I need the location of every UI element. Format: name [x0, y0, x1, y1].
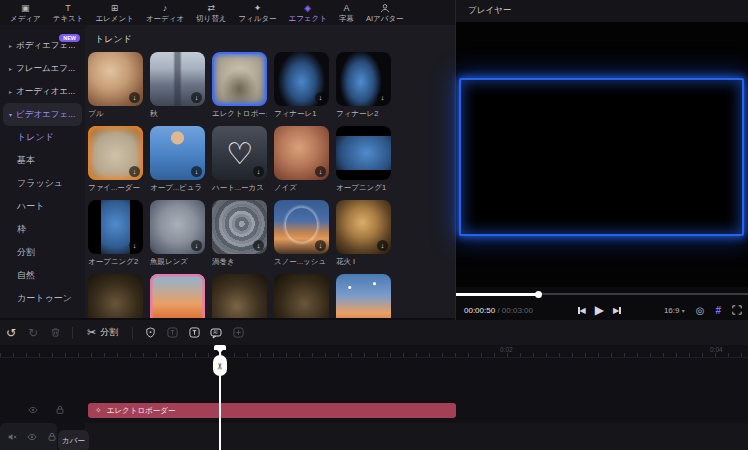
- text-template-button[interactable]: [161, 324, 183, 342]
- sidebar-group-frame-effects[interactable]: ▸ フレームエフ...: [3, 57, 82, 80]
- playhead-split-button[interactable]: ✂: [213, 355, 227, 376]
- download-icon[interactable]: ↓: [377, 92, 388, 103]
- effect-card-opening-2[interactable]: ↓ オープニング2: [88, 200, 143, 266]
- ai-caption-button[interactable]: AI: [205, 324, 227, 342]
- redo-button[interactable]: ↻: [22, 324, 44, 342]
- ruler-tick-label: 0:02: [500, 346, 513, 353]
- effect-card-swirl[interactable]: ↓ 渦巻き: [212, 200, 267, 266]
- effect-card-heart-focus[interactable]: ♡ ↓ ハート...ーカス: [212, 126, 267, 192]
- tab-audio[interactable]: ♪ オーディオ: [140, 0, 190, 25]
- ruler-tick-label: 0:04: [710, 346, 723, 353]
- effect-card-electro-border[interactable]: エレクトロボーダー: [212, 52, 267, 118]
- tab-ai-avatar[interactable]: AIアバター: [360, 0, 410, 25]
- effect-card[interactable]: [88, 274, 143, 318]
- sidebar-item-basic[interactable]: 基本: [0, 149, 85, 172]
- tab-effect[interactable]: ◈ エフェクト: [283, 0, 333, 25]
- tab-caption[interactable]: A 字幕: [333, 0, 360, 25]
- effect-card-noise[interactable]: ↓ ノイズ: [274, 126, 329, 192]
- mirror-preview-icon[interactable]: ◎: [696, 305, 705, 316]
- video-track-header: [0, 423, 57, 450]
- effect-card-opening-1[interactable]: オープニング1: [336, 126, 391, 192]
- effect-card[interactable]: [274, 274, 329, 318]
- chevron-down-icon: ▾: [9, 111, 12, 118]
- caption-icon: A: [343, 3, 349, 14]
- download-icon[interactable]: ↓: [315, 166, 326, 177]
- sidebar-item-trend[interactable]: トレンド: [0, 126, 85, 149]
- download-icon[interactable]: ↓: [191, 240, 202, 251]
- video-track-lane[interactable]: [85, 423, 748, 450]
- tab-filter[interactable]: ✦ フィルター: [232, 0, 282, 25]
- track-visibility-icon[interactable]: [28, 405, 38, 415]
- playhead-handle[interactable]: [214, 345, 226, 350]
- download-icon[interactable]: ↓: [253, 240, 264, 251]
- split-button[interactable]: ✂ 分割: [79, 326, 126, 339]
- effect-card[interactable]: [336, 274, 391, 318]
- grid-overlay-icon[interactable]: #: [715, 305, 721, 316]
- effect-thumbnail: [336, 274, 391, 318]
- transition-icon: ⇄: [207, 3, 215, 14]
- effect-card[interactable]: [150, 274, 205, 318]
- sidebar-group-video-effects[interactable]: ▾ ビデオエフェ...: [3, 103, 82, 126]
- effect-clip-electro-border[interactable]: ✧ エレクトロボーダー: [88, 403, 456, 418]
- text-icon: T: [65, 3, 71, 14]
- delete-button[interactable]: [44, 324, 66, 342]
- effect-thumbnail: ↓: [212, 200, 267, 254]
- sidebar-item-frame[interactable]: 枠: [0, 218, 85, 241]
- progress-handle[interactable]: [535, 291, 542, 298]
- effect-thumbnail: [336, 126, 391, 180]
- effects-category-sidebar: ▸ ボディエフェ... NEW ▸ フレームエフ... ▸ オーディオエ... …: [0, 25, 85, 318]
- effect-card-finale-2[interactable]: ↓ フィナーレ2: [336, 52, 391, 118]
- track-lock-icon[interactable]: [55, 405, 65, 415]
- download-icon[interactable]: ↓: [315, 92, 326, 103]
- sidebar-group-audio-effects[interactable]: ▸ オーディオエ...: [3, 80, 82, 103]
- effect-thumbnail: [88, 274, 143, 318]
- effect-card-fisheye[interactable]: ↓ 魚眼レンズ: [150, 200, 205, 266]
- effect-card-autumn[interactable]: ↓ 秋: [150, 52, 205, 118]
- effect-card[interactable]: [212, 274, 267, 318]
- sidebar-item-flash[interactable]: フラッシュ: [0, 172, 85, 195]
- next-frame-button[interactable]: ▶: [613, 306, 621, 315]
- effect-card-blur[interactable]: ↓ ブル: [88, 52, 143, 118]
- effect-thumbnail: ↓: [150, 200, 205, 254]
- effect-card-open-viewra[interactable]: ↓ オープ...ビュラ: [150, 126, 205, 192]
- download-icon[interactable]: ↓: [191, 92, 202, 103]
- download-icon[interactable]: ↓: [129, 92, 140, 103]
- effect-thumbnail: [212, 274, 267, 318]
- add-clip-button[interactable]: [227, 324, 249, 342]
- playback-progress-bar[interactable]: [456, 291, 748, 299]
- timeline-ruler[interactable]: 0:02 0:04: [0, 345, 748, 358]
- track-mute-icon[interactable]: [7, 432, 17, 442]
- fullscreen-icon[interactable]: [732, 305, 742, 315]
- sidebar-group-body-effects[interactable]: ▸ ボディエフェ... NEW: [3, 34, 82, 57]
- download-icon[interactable]: ↓: [315, 240, 326, 251]
- add-text-button[interactable]: [183, 324, 205, 342]
- effect-card-snowish[interactable]: ↓ スノー...ッシュ: [274, 200, 329, 266]
- effect-card-finale-1[interactable]: ↓ フィナーレ1: [274, 52, 329, 118]
- download-icon[interactable]: ↓: [377, 240, 388, 251]
- download-icon[interactable]: ↓: [129, 240, 140, 251]
- effect-thumbnail: ↓: [274, 126, 329, 180]
- tab-media[interactable]: ▣ メディア: [4, 0, 47, 25]
- tab-element[interactable]: ⊞ エレメント: [89, 0, 139, 25]
- track-visibility-icon[interactable]: [27, 432, 37, 442]
- sticker-mask-button[interactable]: [139, 324, 161, 342]
- play-button[interactable]: ▶: [595, 303, 604, 317]
- sidebar-item-cartoon[interactable]: カートゥーン: [0, 287, 85, 310]
- effect-card-fire-border[interactable]: ↓ ファイ...ーダー: [88, 126, 143, 192]
- tab-transition[interactable]: ⇄ 切り替え: [190, 0, 232, 25]
- undo-button[interactable]: ↺: [0, 324, 22, 342]
- download-icon[interactable]: ↓: [253, 166, 264, 177]
- download-icon[interactable]: ↓: [191, 166, 202, 177]
- video-preview: [456, 22, 748, 287]
- sidebar-item-split[interactable]: 分割: [0, 241, 85, 264]
- tab-text[interactable]: T テキスト: [47, 0, 90, 25]
- track-lock-icon[interactable]: [47, 432, 57, 442]
- prev-frame-button[interactable]: ◀: [578, 306, 586, 315]
- aspect-ratio-dropdown[interactable]: 16:9 ▾: [664, 306, 685, 315]
- effect-card-fireworks-1[interactable]: ↓ 花火 I: [336, 200, 391, 266]
- download-icon[interactable]: ↓: [129, 166, 140, 177]
- cover-button[interactable]: カバー: [58, 430, 89, 450]
- section-title: トレンド: [85, 25, 455, 52]
- sidebar-item-heart[interactable]: ハート: [0, 195, 85, 218]
- sidebar-item-nature[interactable]: 自然: [0, 264, 85, 287]
